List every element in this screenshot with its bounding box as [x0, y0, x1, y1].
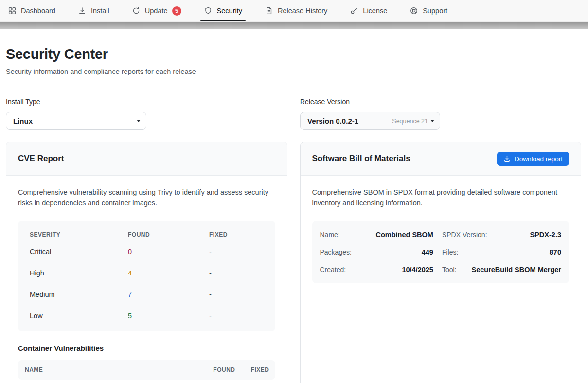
filters-row: Install Type Linux Release Version Versi…	[6, 98, 581, 130]
cve-report-title: CVE Report	[18, 154, 64, 164]
info-row: Created: 10/4/2025 Tool: SecureBuild SBO…	[320, 261, 562, 278]
nav-item-release-history[interactable]: Release History	[265, 0, 327, 21]
column-header-severity: SEVERITY	[30, 231, 128, 238]
release-version-filter: Release Version Version 0.0.2-1 Sequence…	[300, 98, 440, 130]
severity-label: Critical	[30, 248, 128, 255]
lifebuoy-icon	[410, 6, 418, 15]
column-header-found: FOUND	[128, 231, 209, 238]
sbom-card: Software Bill of Materials Download repo…	[300, 142, 582, 383]
info-label: Files:	[442, 248, 458, 256]
severity-table: SEVERITY FOUND FIXED Critical 0 - High 4…	[18, 221, 275, 331]
header-shadow-band	[0, 22, 588, 29]
info-value: SecureBuild SBOM Merger	[471, 266, 561, 274]
info-label: Name:	[320, 231, 340, 238]
table-row-low: Low 5 -	[18, 305, 275, 327]
severity-table-header: SEVERITY FOUND FIXED	[18, 224, 275, 241]
nav-item-install[interactable]: Install	[78, 0, 109, 21]
security-center-page: Security Center Security information and…	[0, 46, 588, 383]
nav-label: Update	[145, 7, 168, 15]
sbom-title: Software Bill of Materials	[312, 154, 410, 164]
info-label: Packages:	[320, 248, 352, 256]
column-header-name: NAME	[25, 366, 205, 373]
download-report-label: Download report	[515, 155, 563, 163]
info-value: 10/4/2025	[402, 266, 433, 274]
cve-report-card: CVE Report Comprehensive vulnerability s…	[6, 142, 287, 383]
dashboard-icon	[8, 6, 17, 15]
fixed-count: -	[209, 312, 264, 320]
found-count: 5	[128, 312, 209, 320]
found-count: 4	[128, 269, 209, 277]
info-value: Combined SBOM	[376, 231, 433, 238]
install-type-filter: Install Type Linux	[6, 98, 146, 130]
nav-label: Dashboard	[21, 7, 55, 15]
column-header-found: FOUND	[205, 366, 235, 373]
found-count: 0	[128, 248, 209, 255]
info-label: SPDX Version:	[442, 231, 487, 238]
column-header-fixed: FIXED	[209, 231, 264, 238]
container-vulnerabilities-table-header: NAME FOUND FIXED	[18, 360, 275, 380]
top-nav: Dashboard Install Update 5 Security	[0, 0, 588, 22]
key-icon	[350, 6, 358, 15]
sbom-info-grid: Name: Combined SBOM SPDX Version: SPDX-2…	[312, 221, 570, 283]
page-title: Security Center	[6, 46, 581, 62]
fixed-count: -	[209, 291, 264, 298]
fixed-count: -	[209, 269, 264, 277]
chevron-down-icon	[137, 120, 141, 122]
sbom-header: Software Bill of Materials Download repo…	[301, 142, 581, 176]
info-value: SPDX-2.3	[530, 231, 561, 238]
update-count-badge: 5	[172, 6, 181, 16]
nav-item-update[interactable]: Update 5	[132, 0, 181, 21]
nav-item-support[interactable]: Support	[410, 0, 447, 21]
refresh-icon	[132, 6, 141, 15]
document-icon	[265, 6, 273, 15]
table-row-critical: Critical 0 -	[18, 241, 275, 262]
page-subtitle: Security information and compliance repo…	[6, 68, 581, 75]
sbom-description: Comprehensive SBOM in SPDX format provid…	[312, 187, 570, 208]
table-row-medium: Medium 7 -	[18, 284, 275, 305]
column-header-fixed: FIXED	[235, 366, 269, 373]
nav-item-dashboard[interactable]: Dashboard	[8, 0, 55, 21]
severity-label: Medium	[30, 291, 128, 298]
info-row: Packages: 449 Files: 870	[320, 243, 562, 261]
shield-icon	[204, 6, 213, 15]
info-label: Created:	[320, 266, 346, 274]
release-version-select[interactable]: Version 0.0.2-1 Sequence 21	[300, 112, 440, 130]
nav-label: Security	[217, 7, 242, 15]
severity-label: Low	[30, 312, 128, 320]
nav-label: Install	[91, 7, 109, 15]
nav-label: License	[363, 7, 387, 15]
install-type-value: Linux	[13, 117, 33, 125]
info-value: 449	[422, 248, 433, 256]
fixed-count: -	[209, 248, 264, 255]
nav-label: Support	[423, 7, 447, 15]
nav-item-license[interactable]: License	[350, 0, 387, 21]
nav-label: Release History	[278, 7, 327, 15]
install-type-select[interactable]: Linux	[6, 112, 146, 130]
nav-item-security[interactable]: Security	[204, 0, 242, 21]
info-row: Name: Combined SBOM SPDX Version: SPDX-2…	[320, 226, 562, 243]
sequence-hint: Sequence 21	[392, 118, 428, 125]
download-icon	[503, 155, 511, 163]
cve-report-description: Comprehensive vulnerability scanning usi…	[18, 187, 275, 208]
install-type-label: Install Type	[6, 98, 146, 106]
info-value: 870	[550, 248, 561, 256]
download-report-button[interactable]: Download report	[497, 152, 569, 166]
table-row-high: High 4 -	[18, 262, 275, 284]
cve-report-header: CVE Report	[6, 142, 287, 176]
chevron-down-icon	[430, 120, 434, 122]
release-version-value: Version 0.0.2-1	[307, 117, 358, 125]
container-vulnerabilities-title: Container Vulnerabilities	[18, 344, 275, 352]
info-label: Tool:	[442, 266, 457, 274]
severity-label: High	[30, 269, 128, 277]
download-icon	[78, 6, 87, 15]
release-version-label: Release Version	[300, 98, 440, 106]
found-count: 7	[128, 291, 209, 298]
